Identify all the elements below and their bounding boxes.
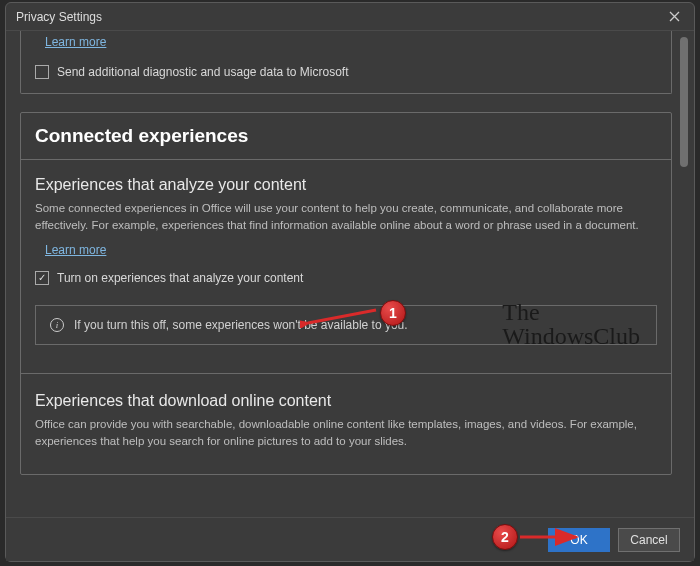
titlebar: Privacy Settings: [6, 3, 694, 31]
dialog-footer: OK Cancel: [6, 517, 694, 561]
ok-button[interactable]: OK: [548, 528, 610, 552]
analyze-checkbox-label: Turn on experiences that analyze your co…: [57, 271, 303, 285]
scrollbar[interactable]: [680, 37, 688, 511]
analyze-checkbox[interactable]: [35, 271, 49, 285]
dialog-content: Learn more Send additional diagnostic an…: [6, 31, 694, 517]
analyze-info-text: If you turn this off, some experiences w…: [74, 318, 408, 332]
diagnostic-panel: Learn more Send additional diagnostic an…: [20, 31, 672, 94]
diagnostic-checkbox-label: Send additional diagnostic and usage dat…: [57, 65, 349, 79]
diagnostic-learn-more-link[interactable]: Learn more: [45, 35, 106, 49]
dialog-title: Privacy Settings: [16, 10, 102, 24]
close-icon[interactable]: [662, 5, 686, 29]
analyze-learn-more-link[interactable]: Learn more: [45, 243, 106, 257]
cancel-button-label: Cancel: [630, 533, 667, 547]
diagnostic-checkbox[interactable]: [35, 65, 49, 79]
download-body: Office can provide you with searchable, …: [35, 416, 657, 449]
connected-experiences-panel: Connected experiences Experiences that a…: [20, 112, 672, 475]
connected-heading: Connected experiences: [21, 121, 671, 160]
ok-button-label: OK: [570, 533, 587, 547]
info-icon: i: [50, 318, 64, 332]
privacy-settings-dialog: Privacy Settings Learn more Send additio…: [5, 2, 695, 562]
analyze-body: Some connected experiences in Office wil…: [35, 200, 657, 233]
analyze-info-box: i If you turn this off, some experiences…: [35, 305, 657, 345]
download-heading: Experiences that download online content: [35, 392, 657, 410]
cancel-button[interactable]: Cancel: [618, 528, 680, 552]
scrollbar-thumb[interactable]: [680, 37, 688, 167]
analyze-heading: Experiences that analyze your content: [35, 176, 657, 194]
